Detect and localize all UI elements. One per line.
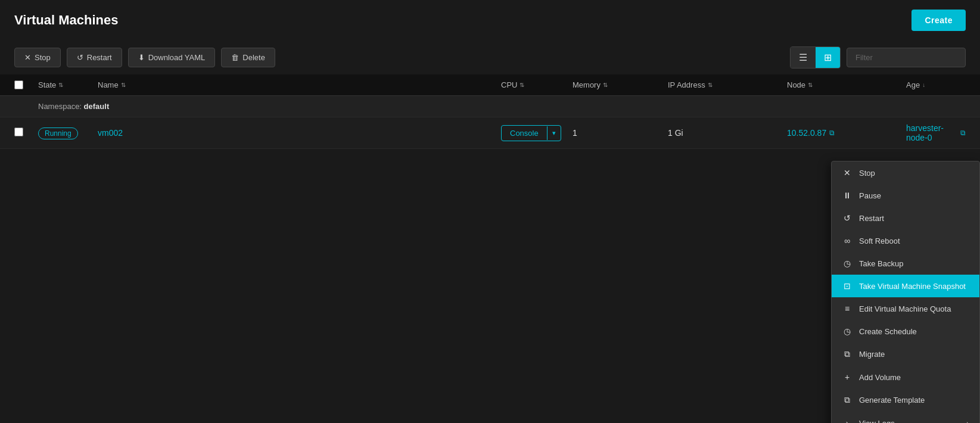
generate-template-icon: ⧉ bbox=[842, 395, 852, 405]
memory-value: 1 Gi bbox=[668, 128, 787, 138]
view-logs-label: View Logs bbox=[859, 419, 895, 424]
vm-table: State ⇅ Name ⇅ CPU ⇅ Memory ⇅ IP Address… bbox=[0, 74, 980, 149]
add-volume-label: Add Volume bbox=[859, 373, 901, 382]
stop-label: Stop bbox=[859, 169, 875, 178]
edit-vm-quota-label: Edit Virtual Machine Quota bbox=[859, 304, 951, 313]
create-schedule-label: Create Schedule bbox=[859, 327, 917, 336]
restart-icon: ↺ bbox=[77, 53, 83, 62]
take-vm-snapshot-icon: ⊡ bbox=[842, 281, 852, 291]
context-menu-item-restart[interactable]: ↺Restart bbox=[832, 207, 979, 229]
node-cell: harvester-node-0 ⧉ bbox=[906, 123, 966, 142]
take-vm-snapshot-label: Take Virtual Machine Snapshot bbox=[859, 282, 966, 291]
filter-input[interactable] bbox=[847, 48, 966, 67]
ip-address-cell: 10.52.0.87 ⧉ bbox=[787, 128, 906, 138]
page-title: Virtual Machines bbox=[14, 13, 118, 28]
status-badge: Running bbox=[38, 127, 78, 139]
pause-label: Pause bbox=[859, 191, 881, 200]
restart-label: Restart bbox=[859, 214, 884, 223]
name-column-header: Name ⇅ bbox=[98, 80, 501, 89]
context-menu-item-add-volume[interactable]: +Add Volume bbox=[832, 366, 979, 388]
node-column-header: Node ⇅ bbox=[787, 80, 906, 89]
chevron-right-icon: › bbox=[966, 419, 969, 423]
stop-icon: ✕ bbox=[24, 53, 31, 62]
console-button-wrap: Console ▾ bbox=[501, 125, 561, 141]
table-header-row: State ⇅ Name ⇅ CPU ⇅ Memory ⇅ IP Address… bbox=[0, 74, 980, 96]
create-schedule-icon: ◷ bbox=[842, 326, 852, 336]
context-menu-item-pause[interactable]: ⏸Pause bbox=[832, 184, 979, 207]
namespace-row: Namespace: default bbox=[0, 96, 980, 117]
edit-vm-quota-icon: ≡ bbox=[842, 304, 852, 313]
delete-button[interactable]: 🗑 Delete bbox=[221, 48, 275, 67]
context-menu-item-edit-vm-quota[interactable]: ≡Edit Virtual Machine Quota bbox=[832, 297, 979, 320]
copy-ip-icon[interactable]: ⧉ bbox=[829, 129, 835, 137]
restart-icon: ↺ bbox=[842, 213, 852, 223]
row-checkbox[interactable] bbox=[14, 127, 23, 136]
generate-template-label: Generate Template bbox=[859, 396, 925, 405]
migrate-icon: ⧉ bbox=[842, 349, 852, 359]
soft-reboot-icon: ∞ bbox=[842, 236, 852, 245]
context-menu-item-take-backup[interactable]: ◷Take Backup bbox=[832, 252, 979, 275]
take-backup-icon: ◷ bbox=[842, 259, 852, 268]
restart-button[interactable]: ↺ Restart bbox=[67, 48, 122, 67]
toolbar: ✕ Stop ↺ Restart ⬇ Download YAML 🗑 Delet… bbox=[0, 41, 980, 74]
grid-icon: ⊞ bbox=[824, 52, 832, 63]
memory-column-header: Memory ⇅ bbox=[573, 80, 668, 89]
list-icon: ☰ bbox=[799, 52, 807, 63]
node-sort-icon[interactable]: ⇅ bbox=[808, 82, 813, 88]
table-row: Running vm002 Console ▾ 1 1 Gi 10.52.0.8… bbox=[0, 117, 980, 149]
take-backup-label: Take Backup bbox=[859, 259, 903, 268]
ip-sort-icon[interactable]: ⇅ bbox=[708, 82, 713, 88]
console-button[interactable]: Console bbox=[502, 126, 547, 141]
ip-column-header: IP Address ⇅ bbox=[668, 80, 787, 89]
list-view-button[interactable]: ☰ bbox=[791, 47, 816, 68]
context-menu-item-soft-reboot[interactable]: ∞Soft Reboot bbox=[832, 229, 979, 252]
context-menu-item-migrate[interactable]: ⧉Migrate bbox=[832, 343, 979, 366]
context-menu-item-view-logs[interactable]: ›View Logs› bbox=[832, 412, 979, 423]
cpu-value: 1 bbox=[573, 128, 668, 138]
add-volume-icon: + bbox=[842, 372, 852, 382]
memory-sort-icon[interactable]: ⇅ bbox=[603, 82, 608, 88]
page-header: Virtual Machines Create bbox=[0, 0, 980, 41]
state-column-header: State ⇅ bbox=[38, 80, 98, 89]
stop-icon: ✕ bbox=[842, 168, 852, 178]
download-icon: ⬇ bbox=[138, 53, 145, 62]
context-menu: ✕Stop⏸Pause↺Restart∞Soft Reboot◷Take Bac… bbox=[831, 161, 980, 423]
trash-icon: 🗑 bbox=[231, 53, 239, 62]
vm-name-link[interactable]: vm002 bbox=[98, 128, 501, 138]
cpu-column-header: CPU ⇅ bbox=[501, 80, 573, 89]
context-menu-item-stop[interactable]: ✕Stop bbox=[832, 161, 979, 184]
stop-button[interactable]: ✕ Stop bbox=[14, 48, 61, 67]
name-sort-icon[interactable]: ⇅ bbox=[121, 82, 126, 88]
view-logs-icon: › bbox=[842, 418, 852, 423]
download-yaml-button[interactable]: ⬇ Download YAML bbox=[128, 48, 216, 67]
copy-node-icon[interactable]: ⧉ bbox=[960, 129, 966, 137]
state-sort-icon[interactable]: ⇅ bbox=[58, 82, 63, 88]
pause-icon: ⏸ bbox=[842, 191, 852, 200]
create-button[interactable]: Create bbox=[911, 10, 966, 31]
soft-reboot-label: Soft Reboot bbox=[859, 237, 900, 245]
grid-view-button[interactable]: ⊞ bbox=[816, 47, 840, 68]
context-menu-item-create-schedule[interactable]: ◷Create Schedule bbox=[832, 320, 979, 343]
age-sort-icon[interactable]: ↓ bbox=[922, 82, 925, 88]
migrate-label: Migrate bbox=[859, 350, 885, 359]
cpu-sort-icon[interactable]: ⇅ bbox=[519, 82, 524, 88]
select-all-checkbox[interactable] bbox=[14, 80, 23, 89]
age-column-header: Age ↓ bbox=[906, 80, 966, 89]
console-dropdown-button[interactable]: ▾ bbox=[547, 126, 561, 140]
view-toggle: ☰ ⊞ bbox=[790, 46, 841, 69]
context-menu-item-take-vm-snapshot[interactable]: ⊡Take Virtual Machine Snapshot bbox=[832, 275, 979, 297]
context-menu-item-generate-template[interactable]: ⧉Generate Template bbox=[832, 388, 979, 412]
